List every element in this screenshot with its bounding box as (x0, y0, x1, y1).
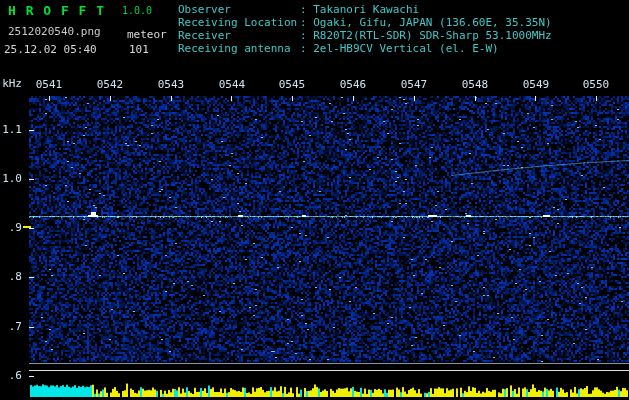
time-tick-label: 0543 (149, 79, 193, 90)
datetime-label: 25.12.02 05:40 (4, 43, 97, 56)
time-tick-label: 0548 (453, 79, 497, 90)
receiving-location-label: Receiving Location (178, 16, 300, 29)
receiver-value: : R820T2(RTL-SDR) SDR-Sharp 53.1000MHz (300, 29, 552, 42)
receiving-location-value: : Ogaki, Gifu, JAPAN (136.60E, 35.35N) (300, 16, 552, 29)
receiving-antenna-row: Receiving antenna : 2el-HB9CV Vertical (… (178, 42, 552, 55)
time-tick-label: 0546 (331, 79, 375, 90)
observer-label: Observer (178, 3, 300, 16)
receiving-antenna-label: Receiving antenna (178, 42, 300, 55)
spectrogram-canvas (0, 0, 629, 400)
observer-row: Observer : Takanori Kawachi (178, 3, 552, 16)
time-tick-label: 0550 (574, 79, 618, 90)
freq-tick-label: 1.1 (0, 124, 22, 135)
time-tick-label: 0541 (27, 79, 71, 90)
freq-tick-label: .7 (0, 321, 22, 332)
receiver-label: Receiver (178, 29, 300, 42)
app-title: H R O F F T (8, 3, 105, 18)
time-tick-label: 0547 (392, 79, 436, 90)
output-filename: 2512020540.png (8, 25, 101, 38)
hrofft-window: H R O F F T 1.0.0 2512020540.png meteor … (0, 0, 629, 400)
time-tick-label: 0549 (514, 79, 558, 90)
freq-tick-label: .8 (0, 271, 22, 282)
time-tick-label: 0545 (270, 79, 314, 90)
echo-count: 101 (129, 43, 149, 56)
receiving-location-row: Receiving Location : Ogaki, Gifu, JAPAN … (178, 16, 552, 29)
app-version: 1.0.0 (122, 5, 152, 16)
freq-tick-label: .6 (0, 370, 22, 381)
time-tick-label: 0544 (210, 79, 254, 90)
receiver-row: Receiver : R820T2(RTL-SDR) SDR-Sharp 53.… (178, 29, 552, 42)
time-tick-label: 0542 (88, 79, 132, 90)
receiving-antenna-value: : 2el-HB9CV Vertical (el. E-W) (300, 42, 499, 55)
freq-tick-label: 1.0 (0, 173, 22, 184)
observer-value: : Takanori Kawachi (300, 3, 419, 16)
freq-axis-unit: kHz (0, 78, 22, 89)
station-info: Observer : Takanori Kawachi Receiving Lo… (178, 3, 552, 55)
mode-label: meteor (127, 28, 167, 41)
freq-tick-label: .9 (0, 222, 22, 233)
